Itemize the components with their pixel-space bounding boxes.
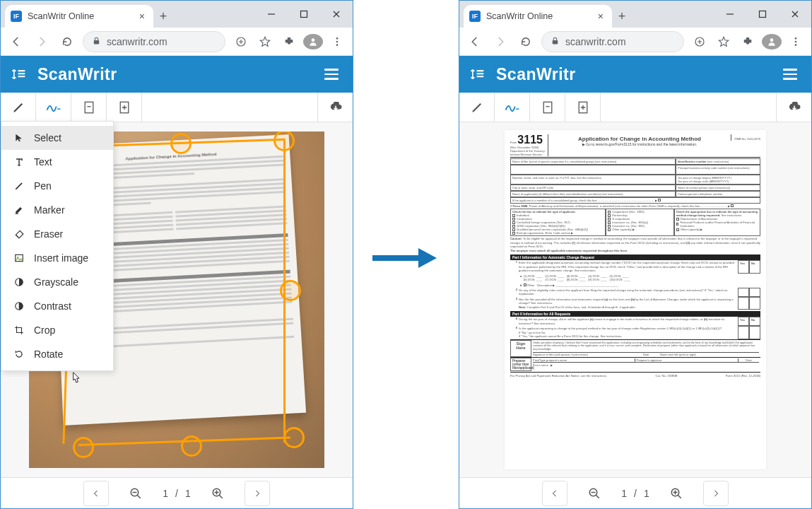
extensions-icon[interactable] [738, 35, 758, 48]
contrast-icon [13, 301, 25, 311]
next-page-button[interactable] [703, 481, 729, 506]
page-current: 1 [621, 488, 627, 499]
grayscale-icon [13, 277, 25, 287]
dd-label: Grayscale [34, 276, 78, 288]
next-page-button[interactable] [245, 481, 270, 506]
svg-rect-27 [546, 106, 549, 107]
hamburger-menu[interactable] [320, 64, 343, 84]
edit-tool[interactable] [1, 93, 36, 122]
dd-label: Crop [34, 324, 55, 336]
dd-eraser[interactable]: Eraser [1, 222, 113, 246]
crop-handle[interactable] [273, 131, 295, 151]
canvas-area[interactable]: Form 3115 (Rev. December 2018) Departmen… [459, 122, 811, 477]
reload-button[interactable] [57, 32, 77, 52]
maximize-icon[interactable] [288, 1, 320, 28]
profile-avatar[interactable] [303, 34, 323, 49]
cursor-pointer-icon [69, 371, 83, 390]
toolbar [1, 93, 353, 122]
hamburger-menu[interactable] [779, 64, 801, 84]
crop-handle[interactable] [280, 280, 301, 301]
reload-button[interactable] [516, 32, 536, 52]
dd-marker[interactable]: Marker [1, 198, 113, 222]
form-signhere: Sign Here [510, 340, 531, 358]
page-tool[interactable] [71, 93, 107, 122]
zoom-in-button[interactable] [205, 481, 230, 506]
form-dept: Department of the Treasury Internal Reve… [510, 149, 545, 156]
url-text: scanwritr.com [565, 36, 626, 47]
browser-tab[interactable]: IF ScanWritr Online × [5, 5, 153, 28]
star-icon[interactable] [255, 35, 275, 48]
profile-avatar[interactable] [762, 34, 782, 49]
app-header: ScanWritr [1, 56, 353, 93]
marker-icon [13, 205, 25, 215]
dd-crop[interactable]: Crop [1, 318, 113, 342]
pager: 1 / 1 [459, 477, 811, 508]
dd-pen[interactable]: Pen [1, 174, 113, 198]
edit-dropdown: Select Text Pen Marker Eraser Insert ima… [1, 121, 114, 371]
crop-handle[interactable] [170, 133, 192, 154]
forward-button[interactable] [490, 32, 510, 52]
maximize-icon[interactable] [746, 1, 779, 28]
browser-tab[interactable]: IF ScanWritr Online × [464, 5, 612, 28]
titlebar: IF ScanWritr Online × + [1, 1, 353, 28]
kebab-menu-icon[interactable] [786, 36, 806, 47]
address-bar: scanwritr.com [1, 28, 353, 56]
download-tool[interactable] [776, 93, 811, 122]
minimize-icon[interactable] [255, 1, 288, 28]
prev-page-button[interactable] [542, 481, 567, 506]
dd-rotate[interactable]: Rotate [1, 342, 113, 366]
signature-tool[interactable] [495, 93, 530, 122]
add-shortcut-icon[interactable] [231, 35, 251, 48]
dd-label: Text [34, 156, 52, 168]
crop-handle[interactable] [181, 435, 202, 457]
svg-point-4 [336, 37, 339, 40]
add-page-tool[interactable] [107, 93, 142, 122]
dd-text[interactable]: Text [1, 150, 113, 174]
page-sep: / [175, 488, 178, 499]
url-field[interactable]: scanwritr.com [83, 31, 225, 52]
crop-handle[interactable] [73, 437, 94, 458]
star-icon[interactable] [714, 35, 734, 48]
new-tab-button[interactable]: + [612, 5, 632, 28]
close-icon[interactable] [320, 1, 353, 28]
favicon-icon: IF [11, 11, 22, 22]
url-field[interactable]: scanwritr.com [541, 31, 684, 52]
tab-close-icon[interactable]: × [598, 11, 604, 22]
back-button[interactable] [465, 32, 485, 52]
zoom-out-button[interactable] [123, 481, 148, 506]
cursor-icon [13, 133, 25, 143]
kebab-menu-icon[interactable] [327, 36, 347, 47]
zoom-out-button[interactable] [582, 481, 607, 506]
form-preparer: Preparer (other than filer/applicant) [510, 358, 531, 371]
edit-tool[interactable] [459, 93, 495, 122]
dd-grayscale[interactable]: Grayscale [1, 270, 113, 294]
url-text: scanwritr.com [107, 36, 167, 47]
new-tab-button[interactable]: + [153, 5, 173, 28]
dd-insert-image[interactable]: Insert image [1, 246, 113, 270]
document-preview: Form 3115 (Rev. December 2018) Departmen… [505, 130, 766, 469]
dd-label: Eraser [34, 228, 63, 240]
window-controls [255, 1, 353, 28]
forward-button[interactable] [32, 32, 52, 52]
page-tool[interactable] [530, 93, 565, 122]
pager: 1 / 1 [1, 477, 353, 508]
crop-handle[interactable] [283, 427, 305, 448]
page-current: 1 [163, 488, 168, 499]
close-icon[interactable] [779, 1, 811, 28]
tab-close-icon[interactable]: × [139, 11, 145, 22]
minimize-icon[interactable] [714, 1, 746, 28]
signature-tool[interactable] [36, 93, 71, 122]
window-controls [714, 1, 811, 28]
add-page-tool[interactable] [565, 93, 601, 122]
prev-page-button[interactable] [83, 481, 109, 506]
form-number: 3115 [517, 134, 543, 146]
zoom-in-button[interactable] [664, 481, 689, 506]
dd-select[interactable]: Select [1, 126, 113, 150]
download-tool[interactable] [317, 93, 353, 122]
dd-contrast[interactable]: Contrast [1, 294, 113, 318]
form-footer-right: Form 3115 (Rev. 12-2018) [726, 374, 760, 378]
back-button[interactable] [6, 32, 26, 52]
text-icon [13, 157, 25, 167]
extensions-icon[interactable] [279, 35, 299, 48]
add-shortcut-icon[interactable] [690, 35, 710, 48]
